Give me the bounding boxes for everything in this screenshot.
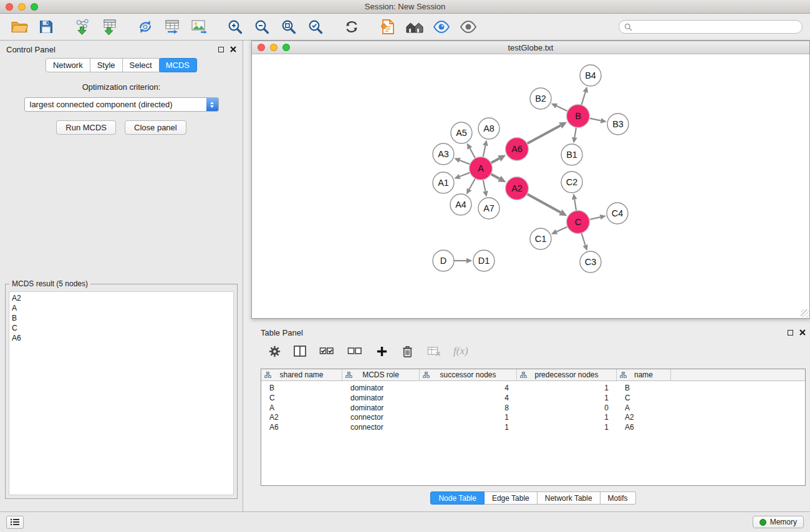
table-row[interactable]: Cdominator41C [261, 394, 805, 404]
import-document-button[interactable] [377, 16, 398, 37]
close-table-panel-icon[interactable] [799, 329, 806, 336]
graph-edge-A-A6[interactable] [491, 158, 499, 163]
function-builder-button[interactable]: f(x) [453, 345, 468, 357]
graph-edge-A2-C[interactable] [527, 194, 561, 213]
graph-node-C3[interactable]: C3 [580, 251, 601, 273]
mcds-result-list[interactable]: A2ABCA6 [9, 291, 234, 495]
zoom-in-button[interactable] [224, 16, 246, 37]
graph-edge-A6-B[interactable] [527, 125, 561, 143]
tab-style[interactable]: Style [90, 58, 123, 72]
close-panel-button[interactable]: Close panel [125, 120, 186, 135]
column-header-predecessor-nodes[interactable]: predecessor nodes [517, 369, 617, 380]
graph-node-A3[interactable]: A3 [433, 143, 454, 165]
graph-node-A6[interactable]: A6 [506, 138, 529, 161]
graph-edge-B-B2[interactable] [556, 106, 567, 111]
graph-edge-C-C3[interactable] [582, 233, 586, 246]
tab-node-table[interactable]: Node Table [430, 491, 485, 505]
graph-node-B3[interactable]: B3 [607, 114, 629, 135]
column-header-MCDS-role[interactable]: MCDS role [342, 369, 420, 380]
mcds-result-item[interactable]: A6 [12, 333, 231, 343]
graph-node-C4[interactable]: C4 [607, 203, 628, 224]
delete-table-button[interactable] [425, 341, 443, 362]
graph-edge-B-B1[interactable] [574, 127, 576, 137]
close-window-button[interactable] [6, 3, 13, 11]
refresh-button[interactable] [341, 16, 362, 37]
network-close-button[interactable] [258, 44, 265, 51]
tab-network[interactable]: Network [46, 58, 90, 72]
network-minimize-button[interactable] [270, 44, 277, 51]
table-row[interactable]: A6connector11A6 [261, 423, 805, 433]
search-box[interactable] [619, 20, 803, 34]
graph-edge-C-C4[interactable] [589, 217, 600, 220]
float-panel-button[interactable] [218, 47, 224, 52]
mcds-result-item[interactable]: B [12, 313, 231, 323]
tab-mcds[interactable]: MCDS [159, 58, 197, 72]
column-header-shared-name[interactable]: shared name [261, 369, 342, 380]
column-header-successor-nodes[interactable]: successor nodes [420, 369, 517, 380]
graph-edge-B-B4[interactable] [581, 92, 585, 105]
resize-handle[interactable] [801, 309, 809, 317]
ndex-home-button[interactable] [404, 16, 425, 37]
zoom-selected-button[interactable] [305, 16, 326, 37]
minimize-window-button[interactable] [18, 3, 26, 11]
column-header-name[interactable]: name [617, 369, 671, 380]
zoom-out-button[interactable] [251, 16, 272, 37]
show-hide-button[interactable] [458, 16, 479, 37]
table-row[interactable]: A2connector11A2 [261, 413, 805, 423]
graph-node-A7[interactable]: A7 [478, 198, 499, 219]
graph-node-D[interactable]: D [433, 250, 454, 271]
tab-select[interactable]: Select [123, 58, 160, 72]
node-table-body[interactable]: Bdominator41BCdominator41CAdominator80AA… [261, 381, 805, 485]
mcds-result-item[interactable]: C [12, 323, 231, 333]
graph-edge-A-A2[interactable] [491, 174, 499, 179]
graph-edge-A-A3[interactable] [460, 160, 470, 164]
table-settings-button[interactable] [267, 341, 282, 362]
import-table-file-button[interactable] [99, 16, 120, 37]
export-image-button[interactable] [188, 16, 210, 37]
run-mcds-button[interactable]: Run MCDS [56, 120, 116, 135]
deselect-all-button[interactable] [346, 341, 364, 362]
graph-edge-C-C1[interactable] [557, 227, 568, 232]
zoom-window-button[interactable] [31, 3, 38, 11]
add-column-button[interactable] [374, 341, 389, 362]
mcds-result-item[interactable]: A [12, 303, 231, 313]
open-file-button[interactable] [9, 16, 30, 37]
memory-button[interactable]: Memory [753, 516, 804, 528]
mcds-result-item[interactable]: A2 [12, 293, 231, 303]
search-input[interactable] [635, 22, 797, 31]
graph-node-A8[interactable]: A8 [478, 118, 499, 139]
graph-node-D1[interactable]: D1 [473, 250, 494, 271]
graph-node-B[interactable]: B [567, 105, 590, 128]
graph-edge-A-A1[interactable] [460, 173, 470, 177]
zoom-fit-button[interactable] [278, 16, 299, 37]
network-graph[interactable]: B4B2BB3A5A8A6A3B1AA1C2A2A4A7CC4C1C3DD1 [252, 54, 806, 318]
optimization-select[interactable]: largest connected component (directed) [24, 97, 219, 112]
import-network-file-button[interactable] [72, 16, 93, 37]
network-zoom-button[interactable] [282, 44, 290, 51]
graph-node-A[interactable]: A [470, 157, 493, 180]
tab-motifs[interactable]: Motifs [600, 491, 636, 505]
network-canvas[interactable]: B4B2BB3A5A8A6A3B1AA1C2A2A4A7CC4C1C3DD1 [252, 54, 809, 318]
graph-edge-A-A8[interactable] [483, 145, 486, 157]
graph-edge-A-A7[interactable] [483, 180, 486, 191]
graph-edge-A-A5[interactable] [470, 148, 475, 158]
show-columns-button[interactable] [292, 341, 307, 362]
graph-node-B1[interactable]: B1 [561, 144, 582, 165]
tab-edge-table[interactable]: Edge Table [485, 491, 538, 505]
float-table-panel-button[interactable] [788, 330, 793, 336]
graph-node-A1[interactable]: A1 [433, 172, 454, 193]
graph-edge-A-A4[interactable] [470, 178, 476, 189]
save-session-button[interactable] [36, 16, 57, 37]
style-preview-button[interactable] [431, 16, 452, 37]
graph-edge-B-B3[interactable] [589, 118, 600, 121]
graph-node-A2[interactable]: A2 [506, 177, 529, 200]
export-table-button[interactable] [162, 16, 183, 37]
table-row[interactable]: Adominator80A [261, 404, 805, 414]
graph-node-A5[interactable]: A5 [451, 122, 472, 143]
network-from-selection-button[interactable] [135, 16, 156, 37]
graph-edge-C-C2[interactable] [574, 200, 576, 211]
select-all-button[interactable] [318, 341, 335, 362]
graph-node-C[interactable]: C [567, 211, 590, 234]
graph-node-A4[interactable]: A4 [450, 194, 471, 215]
graph-node-C2[interactable]: C2 [561, 172, 582, 193]
